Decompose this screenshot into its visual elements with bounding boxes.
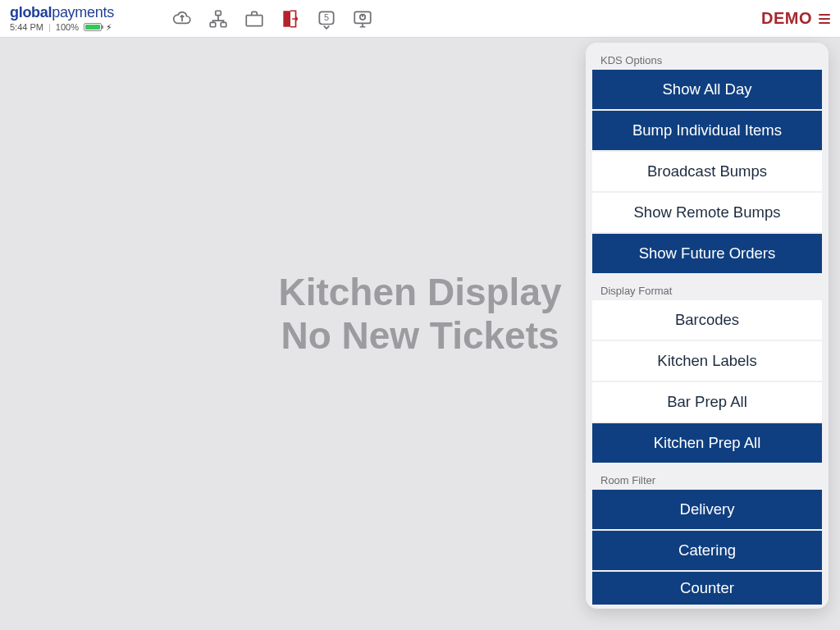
battery-icon — [84, 23, 102, 31]
top-icons: 5 — [171, 8, 373, 30]
svg-rect-1 — [210, 22, 216, 26]
charging-icon: ⚡︎ — [106, 22, 112, 32]
demo-label: DEMO — [761, 9, 812, 28]
menu-toggle-button[interactable] — [819, 14, 830, 24]
options-panel: KDS Options Show All Day Bump Individual… — [586, 43, 829, 609]
option-broadcast-bumps[interactable]: Broadcast Bumps — [592, 152, 822, 191]
monitor-power-icon[interactable] — [352, 8, 373, 30]
svg-rect-6 — [354, 11, 371, 23]
status-separator: | — [48, 22, 51, 32]
brand-bold: global — [10, 4, 52, 21]
option-bump-individual[interactable]: Bump Individual Items — [592, 111, 822, 150]
brand-rest: payments — [52, 4, 114, 21]
svg-rect-3 — [246, 15, 262, 25]
option-kitchen-prep-all[interactable]: Kitchen Prep All — [592, 423, 822, 463]
option-show-remote-bumps[interactable]: Show Remote Bumps — [592, 193, 822, 232]
briefcase-icon[interactable] — [244, 8, 265, 30]
display-format-list: Barcodes Kitchen Labels Bar Prep All Kit… — [589, 300, 825, 463]
option-barcodes[interactable]: Barcodes — [592, 300, 822, 340]
svg-text:5: 5 — [324, 12, 329, 22]
kds-options-list: Show All Day Bump Individual Items Broad… — [589, 70, 825, 273]
room-filter-list: Delivery Catering Counter — [589, 490, 825, 605]
option-delivery[interactable]: Delivery — [592, 490, 822, 529]
option-show-future-orders[interactable]: Show Future Orders — [592, 234, 822, 273]
network-icon[interactable] — [208, 8, 229, 30]
section-label-room-filter: Room Filter — [589, 469, 825, 490]
status-battery-percent: 100% — [56, 22, 79, 32]
cloud-upload-icon[interactable] — [171, 8, 193, 30]
option-counter[interactable]: Counter — [592, 572, 822, 605]
topbar: globalpayments 5:44 PM | 100% ⚡︎ 5 DEMO — [0, 0, 840, 38]
panel-arrow — [796, 43, 812, 44]
option-bar-prep-all[interactable]: Bar Prep All — [592, 382, 822, 422]
status-row: 5:44 PM | 100% ⚡︎ — [10, 22, 114, 32]
section-label-kds: KDS Options — [589, 49, 825, 70]
status-time: 5:44 PM — [10, 22, 43, 32]
option-kitchen-labels[interactable]: Kitchen Labels — [592, 341, 822, 381]
badge-5-icon[interactable]: 5 — [316, 8, 337, 30]
svg-rect-2 — [221, 22, 226, 26]
section-label-display-format: Display Format — [589, 280, 825, 300]
demo-badge: DEMO — [761, 9, 830, 28]
brand-block: globalpayments 5:44 PM | 100% ⚡︎ — [10, 5, 114, 33]
option-catering[interactable]: Catering — [592, 531, 822, 570]
exit-door-icon[interactable] — [280, 8, 301, 30]
brand-logo: globalpayments — [10, 5, 114, 21]
svg-rect-0 — [216, 11, 221, 15]
option-show-all-day[interactable]: Show All Day — [592, 70, 822, 109]
